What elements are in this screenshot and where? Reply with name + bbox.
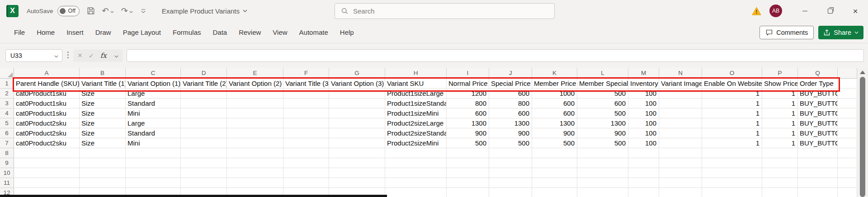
cell-I5[interactable]: 1300	[447, 118, 489, 128]
cell-K2[interactable]: 1000	[532, 89, 577, 98]
cell-G10[interactable]	[329, 168, 385, 178]
cell-N6[interactable]	[659, 128, 702, 138]
cell-M1[interactable]: Inventory	[628, 79, 659, 89]
cell-G5[interactable]	[329, 118, 385, 128]
column-header-extra[interactable]	[838, 68, 857, 79]
column-header-K[interactable]: K	[532, 68, 577, 79]
cell-D3[interactable]	[181, 98, 227, 108]
cell-E8[interactable]	[227, 148, 283, 158]
cell-P5[interactable]: 1	[762, 118, 798, 128]
cell-E11[interactable]	[227, 178, 283, 188]
cell-E10[interactable]	[227, 168, 283, 178]
cell-Q9[interactable]	[798, 158, 838, 168]
cell-D10[interactable]	[181, 168, 227, 178]
cell-I12[interactable]	[447, 188, 489, 197]
cell-P4[interactable]: 1	[762, 108, 798, 118]
tab-formulas[interactable]: Formulas	[167, 22, 207, 43]
cell-E9[interactable]	[227, 158, 283, 168]
tab-insert[interactable]: Insert	[61, 22, 90, 43]
cell-B9[interactable]	[80, 158, 126, 168]
cell-M8[interactable]	[628, 148, 659, 158]
cell-P11[interactable]	[762, 178, 798, 188]
cell-O12[interactable]	[702, 188, 762, 197]
tab-home[interactable]: Home	[31, 22, 61, 43]
cell-Q11[interactable]	[798, 178, 838, 188]
cell-N3[interactable]	[659, 98, 702, 108]
cell-K11[interactable]	[532, 178, 577, 188]
cell-F2[interactable]	[283, 89, 329, 98]
cell-M5[interactable]: 100	[628, 118, 659, 128]
cell-C10[interactable]	[126, 168, 181, 178]
cell-Q7[interactable]: BUY_BUTTON	[798, 138, 838, 148]
column-header-J[interactable]: J	[489, 68, 532, 79]
cell-I9[interactable]	[447, 158, 489, 168]
cell-L10[interactable]	[577, 168, 628, 178]
row-header-7[interactable]: 7	[0, 138, 14, 148]
cell-N8[interactable]	[659, 148, 702, 158]
cell-P8[interactable]	[762, 148, 798, 158]
cell-K6[interactable]: 900	[532, 128, 577, 138]
cell-K5[interactable]: 1300	[532, 118, 577, 128]
cell-F1[interactable]: Variant Title (3)	[283, 79, 329, 89]
tab-view[interactable]: View	[267, 22, 293, 43]
cell-D11[interactable]	[181, 178, 227, 188]
cell-A4[interactable]: cat0Product1sku	[14, 108, 80, 118]
cell-C7[interactable]: Mini	[126, 138, 181, 148]
cell-F6[interactable]	[283, 128, 329, 138]
cell-M7[interactable]: 100	[628, 138, 659, 148]
cell-O9[interactable]	[702, 158, 762, 168]
cell-H9[interactable]	[385, 158, 447, 168]
cell-P2[interactable]: 1	[762, 89, 798, 98]
cell-L6[interactable]: 900	[577, 128, 628, 138]
cell-A5[interactable]: cat0Product2sku	[14, 118, 80, 128]
cell-Q6[interactable]: BUY_BUTTON	[798, 128, 838, 138]
cell-P10[interactable]	[762, 168, 798, 178]
cell-E7[interactable]	[227, 138, 283, 148]
column-header-L[interactable]: L	[577, 68, 628, 79]
cell-K9[interactable]	[532, 158, 577, 168]
tab-automate[interactable]: Automate	[293, 22, 334, 43]
cell-B7[interactable]: Size	[80, 138, 126, 148]
tab-page-layout[interactable]: Page Layout	[117, 22, 167, 43]
comments-button[interactable]: Comments	[760, 26, 814, 39]
cell-C9[interactable]	[126, 158, 181, 168]
cell-F10[interactable]	[283, 168, 329, 178]
row-header-5[interactable]: 5	[0, 118, 14, 128]
cell-F5[interactable]	[283, 118, 329, 128]
cell-G1[interactable]: Variant Option (3)	[329, 79, 385, 89]
cell-H5[interactable]: Product2sizeLarge	[385, 118, 447, 128]
excel-logo-icon[interactable]: X	[6, 5, 19, 17]
redo-button[interactable]: ↷	[121, 7, 133, 15]
cell-F9[interactable]	[283, 158, 329, 168]
cell-D9[interactable]	[181, 158, 227, 168]
cell-O10[interactable]	[702, 168, 762, 178]
cell-L11[interactable]	[577, 178, 628, 188]
cell-D2[interactable]	[181, 89, 227, 98]
cell-O1[interactable]: Enable On Website	[702, 79, 762, 89]
cell-Q4[interactable]: BUY_BUTTON	[798, 108, 838, 118]
tab-file[interactable]: File	[8, 22, 31, 43]
cell-G9[interactable]	[329, 158, 385, 168]
cell-L2[interactable]: 500	[577, 89, 628, 98]
cell-P6[interactable]: 1	[762, 128, 798, 138]
cell-R1[interactable]	[838, 79, 857, 89]
cell-J2[interactable]: 600	[489, 89, 532, 98]
minimize-button[interactable]	[792, 0, 817, 22]
cell-H6[interactable]: Product2sizeStandard	[385, 128, 447, 138]
cell-B8[interactable]	[80, 148, 126, 158]
column-header-F[interactable]: F	[283, 68, 329, 79]
select-all-corner[interactable]	[0, 68, 14, 79]
row-header-3[interactable]: 3	[0, 98, 14, 108]
cell-D7[interactable]	[181, 138, 227, 148]
column-header-M[interactable]: M	[628, 68, 659, 79]
column-header-A[interactable]: A	[14, 68, 80, 79]
cell-J6[interactable]: 900	[489, 128, 532, 138]
cell-I3[interactable]: 800	[447, 98, 489, 108]
scroll-up-icon[interactable]	[860, 70, 865, 74]
row-header-8[interactable]: 8	[0, 148, 14, 158]
cell-R5[interactable]	[838, 118, 857, 128]
cell-R7[interactable]	[838, 138, 857, 148]
cell-D6[interactable]	[181, 128, 227, 138]
scrollbar-thumb[interactable]	[860, 77, 865, 197]
column-header-Q[interactable]: Q	[798, 68, 838, 79]
